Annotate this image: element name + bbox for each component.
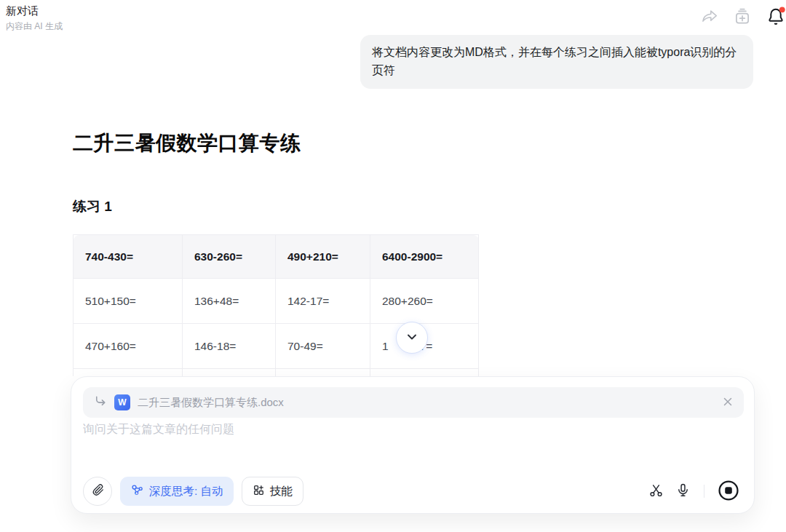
deep-think-toggle[interactable]: A 深度思考: 自动: [120, 477, 234, 506]
table-header-cell: 630-260=: [183, 235, 276, 279]
attached-file-name: 二升三暑假数学口算专练.docx: [138, 396, 284, 410]
table-header-cell: 740-430=: [74, 235, 183, 279]
message-input[interactable]: [83, 422, 636, 450]
toolbar-right-group: [648, 480, 739, 504]
user-message-bubble: 将文档内容更改为MD格式，并在每个练习之间插入能被typora识别的分页符: [360, 35, 753, 89]
table-cell: 280+260=: [370, 279, 479, 324]
atom-icon: A: [130, 483, 144, 500]
table-cell: [183, 369, 276, 377]
table-cell: [370, 369, 479, 377]
stop-icon: [718, 480, 739, 504]
document-title: 二升三暑假数学口算专练: [73, 130, 301, 157]
deep-think-label: 深度思考: 自动: [149, 484, 223, 499]
reply-arrow-icon: [93, 394, 107, 411]
math-table: 740-430=630-260=490+210=6400-2900=510+15…: [73, 234, 479, 376]
toolbar-divider: [704, 485, 704, 498]
microphone-icon: [675, 483, 691, 500]
table-cell: 510+150=: [74, 279, 183, 324]
exercise-table-container: 740-430=630-260=490+210=6400-2900=510+15…: [73, 234, 479, 376]
skills-button[interactable]: 技能: [242, 477, 303, 506]
notifications-button[interactable]: [766, 7, 786, 28]
table-row: [74, 369, 479, 377]
table-header-cell: 490+210=: [276, 235, 370, 279]
page-title: 新对话: [6, 4, 63, 18]
table-cell: 136+48=: [183, 279, 276, 324]
page-header: 新对话 内容由 AI 生成: [6, 4, 63, 33]
toolbar-left-group: A 深度思考: 自动 技能: [83, 477, 303, 506]
paperclip-icon: [91, 483, 105, 499]
section-heading: 练习 1: [73, 197, 112, 216]
new-window-icon: [733, 7, 752, 28]
top-action-bar: [699, 7, 786, 28]
attached-file-chip[interactable]: W 二升三暑假数学口算专练.docx: [83, 387, 744, 418]
remove-attachment-button[interactable]: [722, 396, 734, 410]
skills-label: 技能: [270, 484, 293, 499]
table-cell: [276, 369, 370, 377]
table-header-row: 740-430=630-260=490+210=6400-2900=: [74, 235, 479, 279]
share-button[interactable]: [699, 7, 719, 28]
attach-file-button[interactable]: [83, 477, 112, 506]
composer-card: W 二升三暑假数学口算专练.docx: [71, 376, 755, 514]
scroll-to-bottom-button[interactable]: [396, 322, 428, 354]
svg-text:A: A: [135, 491, 138, 494]
table-cell: 146-18=: [183, 324, 276, 369]
composer-toolbar: A 深度思考: 自动 技能: [83, 477, 739, 506]
scissors-icon: [648, 483, 664, 500]
new-window-button[interactable]: [732, 7, 753, 28]
table-header-cell: 6400-2900=: [370, 235, 479, 279]
word-doc-icon: W: [114, 394, 130, 410]
table-cell: 70-49=: [276, 324, 370, 369]
table-cell: 470+160=: [74, 324, 183, 369]
chevron-down-icon: [405, 330, 419, 346]
ai-disclaimer: 内容由 AI 生成: [6, 20, 63, 33]
stop-generating-button[interactable]: [718, 480, 739, 504]
clip-text-button[interactable]: [648, 483, 664, 500]
bell-icon: [766, 6, 786, 30]
close-icon: [722, 396, 734, 410]
table-cell: 142-17=: [276, 279, 370, 324]
grid-plus-icon: [253, 484, 265, 499]
share-icon: [699, 7, 718, 28]
table-row: 510+150=136+48=142-17=280+260=: [74, 279, 479, 324]
voice-input-button[interactable]: [675, 483, 691, 500]
table-cell: [74, 369, 183, 377]
